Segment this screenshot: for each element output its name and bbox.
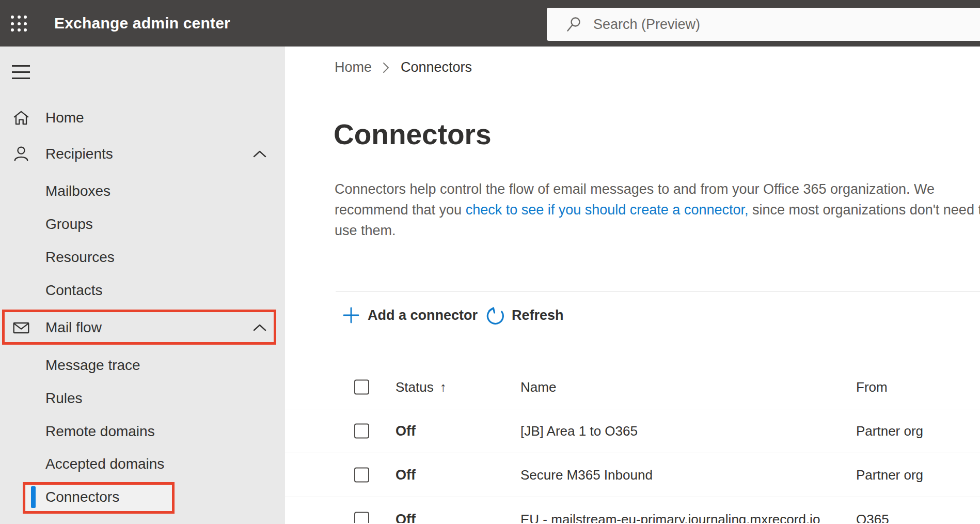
create-connector-help-link[interactable]: check to see if you should create a conn… [466, 202, 749, 218]
sidebar-item-label: Resources [45, 249, 115, 266]
breadcrumb-home-link[interactable]: Home [335, 59, 372, 75]
sidebar-item-label: Contacts [45, 282, 103, 299]
sidebar-item-label: Remote domains [45, 423, 155, 440]
column-header-status[interactable]: Status↑ [396, 379, 447, 395]
command-bar: Add a connector Refresh [285, 301, 980, 330]
cell-name[interactable]: [JB] Area 1 to O365 [520, 423, 638, 439]
cell-name[interactable]: Secure M365 Inbound [520, 467, 653, 483]
cell-from: O365 [856, 512, 889, 523]
plus-icon [343, 307, 359, 323]
mail-icon [12, 318, 30, 337]
chevron-up-icon[interactable] [252, 322, 267, 333]
selected-indicator-bar [31, 486, 36, 508]
sidebar-item-mailboxes[interactable]: Mailboxes [0, 175, 285, 208]
main-content: Home Connectors Connectors Connectors he… [285, 47, 980, 524]
person-icon [12, 145, 30, 163]
home-icon [12, 109, 30, 127]
circular-arrow-icon [486, 305, 505, 325]
sidebar-item-connectors[interactable]: Connectors [0, 481, 285, 514]
sidebar-item-recipients[interactable]: Recipients [0, 137, 285, 171]
sidebar-item-message-trace[interactable]: Message trace [0, 349, 285, 382]
search-input[interactable]: Search (Preview) [547, 8, 980, 41]
refresh-button[interactable]: Refresh [486, 301, 564, 330]
table-row[interactable]: Off Secure M365 Inbound Partner org [285, 453, 980, 497]
cell-from: Partner org [856, 467, 923, 483]
breadcrumb-current: Connectors [401, 59, 472, 75]
page-description: Connectors help control the flow of emai… [335, 179, 980, 241]
sidebar-item-label: Mail flow [45, 319, 102, 336]
sidebar-item-mail-flow[interactable]: Mail flow [0, 311, 285, 344]
sidebar-item-label: Rules [45, 390, 83, 407]
table-row[interactable]: Off EU - mailstream-eu-primary.journalin… [285, 497, 980, 523]
sidebar-item-rules[interactable]: Rules [0, 382, 285, 415]
add-connector-button[interactable]: Add a connector [343, 301, 478, 330]
cell-name[interactable]: EU - mailstream-eu-primary.journaling.mx… [520, 512, 820, 523]
app-title: Exchange admin center [54, 0, 230, 47]
cell-status: Off [396, 467, 416, 483]
sidebar-item-accepted-domains[interactable]: Accepted domains [0, 448, 285, 481]
sidebar-item-remote-domains[interactable]: Remote domains [0, 415, 285, 448]
sidebar-item-label: Home [45, 110, 84, 126]
table-header-row: Status↑ Name From [285, 365, 980, 409]
hamburger-menu-icon[interactable] [12, 65, 30, 79]
sidebar-item-label: Message trace [45, 357, 140, 374]
cell-status: Off [396, 423, 416, 439]
row-checkbox[interactable] [354, 424, 369, 439]
column-header-from[interactable]: From [856, 379, 888, 395]
row-checkbox[interactable] [354, 468, 369, 483]
row-checkbox[interactable] [354, 512, 369, 523]
select-all-checkbox[interactable] [354, 380, 369, 395]
sidebar-item-label: Accepted domains [45, 456, 164, 472]
sidebar-item-home[interactable]: Home [0, 101, 285, 134]
cell-status: Off [396, 512, 416, 523]
sidebar-item-resources[interactable]: Resources [0, 241, 285, 274]
search-icon [566, 17, 582, 32]
search-placeholder: Search (Preview) [593, 17, 700, 33]
toolbar-divider [336, 291, 980, 292]
connectors-table: Status↑ Name From Off [JB] Area 1 to O36… [285, 365, 980, 523]
sidebar-item-contacts[interactable]: Contacts [0, 274, 285, 307]
column-header-name[interactable]: Name [520, 379, 556, 395]
sidebar-item-label: Mailboxes [45, 183, 110, 199]
sidebar-item-label: Groups [45, 216, 93, 233]
app-launcher-icon[interactable] [11, 16, 28, 32]
sidebar-item-label: Connectors [45, 489, 119, 505]
add-connector-label: Add a connector [368, 307, 478, 323]
breadcrumb: Home Connectors [335, 59, 472, 75]
sort-ascending-icon: ↑ [440, 379, 447, 395]
refresh-label: Refresh [512, 307, 564, 323]
cell-from: Partner org [856, 423, 923, 439]
top-app-bar: Exchange admin center Search (Preview) [0, 0, 980, 47]
chevron-up-icon[interactable] [252, 149, 267, 159]
page-title: Connectors [334, 118, 492, 151]
left-navigation: Home Recipients Mailboxes Groups Resourc… [0, 47, 285, 524]
chevron-right-icon [382, 61, 390, 74]
sidebar-item-groups[interactable]: Groups [0, 208, 285, 241]
table-row[interactable]: Off [JB] Area 1 to O365 Partner org [285, 409, 980, 453]
sidebar-item-label: Recipients [45, 146, 113, 162]
